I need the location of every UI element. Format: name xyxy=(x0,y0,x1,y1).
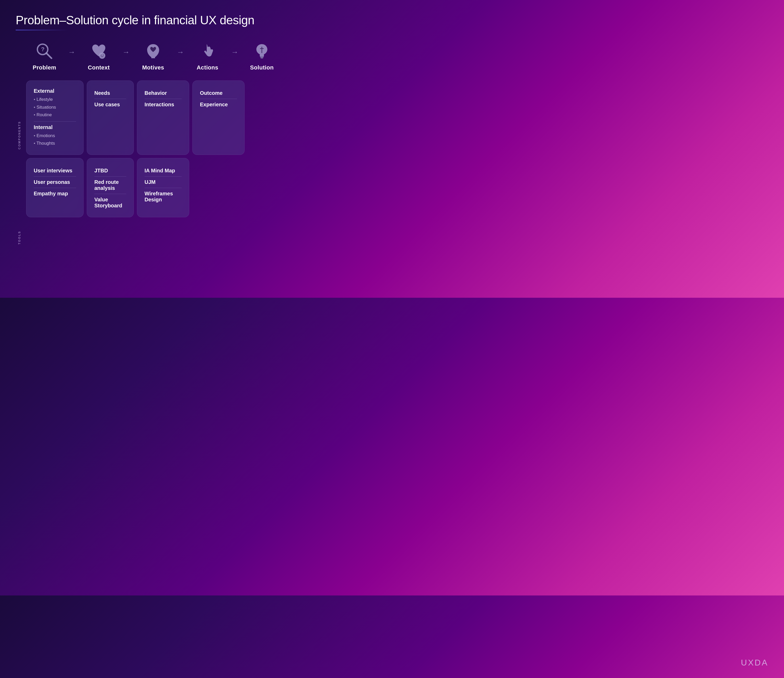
motives-label: Motives xyxy=(142,64,164,71)
svg-rect-7 xyxy=(260,58,263,59)
context-label: Context xyxy=(88,64,110,71)
needs-item: Needs xyxy=(94,90,126,96)
behavior-item: Behavior xyxy=(145,90,182,96)
user-personas-item: User personas xyxy=(34,179,76,185)
actions-label: Actions xyxy=(197,64,218,71)
value-storyboard-item: Value Storyboard xyxy=(94,197,126,209)
empathy-map-item: Empathy map xyxy=(34,191,76,197)
svg-line-1 xyxy=(46,53,51,58)
experience-item: Experience xyxy=(200,102,237,107)
divider-4 xyxy=(200,99,237,99)
arrow-1: → xyxy=(68,48,75,56)
title-underline xyxy=(16,30,68,30)
tools-row: User interviews User personas Empathy ma… xyxy=(26,158,298,217)
divider-8 xyxy=(94,194,126,194)
svg-point-4 xyxy=(101,55,102,56)
flow-row: ? Problem → Context → xyxy=(16,41,298,71)
divider-5 xyxy=(34,176,76,177)
components-label: COMPONENTS xyxy=(16,81,23,190)
lifestyle-item: Lifestyle xyxy=(34,96,76,103)
divider-6 xyxy=(34,188,76,188)
divider-1 xyxy=(34,121,76,122)
solution-components-card: Outcome Experience xyxy=(192,81,245,155)
routine-item: Routine xyxy=(34,111,76,119)
divider-9 xyxy=(145,176,182,177)
problem-icon: ? xyxy=(34,41,55,62)
flow-item-motives: Motives xyxy=(132,41,174,71)
svg-point-5 xyxy=(103,55,104,56)
jtbd-item: JTBD xyxy=(94,168,126,174)
motives-components-card: Needs Use cases xyxy=(87,81,134,155)
red-route-item: Red route analysis xyxy=(94,179,126,191)
divider-7 xyxy=(94,176,126,177)
ujm-item: UJM xyxy=(145,179,182,185)
divider-2 xyxy=(94,99,126,99)
svg-point-3 xyxy=(99,53,105,59)
divider-3 xyxy=(145,99,182,99)
cards-grid: External Lifestyle Situations Routine In… xyxy=(26,81,298,217)
problem-label: Problem xyxy=(33,64,56,71)
outcome-item: Outcome xyxy=(200,90,237,96)
content-area: COMPONENTS TOOLS External Lifestyle Situ… xyxy=(16,81,298,282)
flow-item-problem: ? Problem xyxy=(23,41,65,71)
actions-icon xyxy=(197,41,218,62)
flow-item-actions: Actions xyxy=(187,41,228,71)
ia-mind-map-item: IA Mind Map xyxy=(145,168,182,174)
use-cases-item: Use cases xyxy=(94,102,126,107)
solution-icon xyxy=(251,41,272,62)
components-row: External Lifestyle Situations Routine In… xyxy=(26,81,298,155)
svg-text:?: ? xyxy=(41,46,44,53)
page-title: Problem–Solution cycle in financial UX d… xyxy=(16,13,298,27)
internal-title: Internal xyxy=(34,124,76,130)
motives-tools-card: JTBD Red route analysis Value Storyboard xyxy=(87,158,134,217)
emotions-item: Emotions xyxy=(34,132,76,140)
context-tools-card: User interviews User personas Empathy ma… xyxy=(26,158,84,217)
actions-tools-card: IA Mind Map UJM Wireframes Design xyxy=(137,158,189,217)
motives-icon xyxy=(143,41,164,62)
wireframes-design-item: Wireframes Design xyxy=(145,191,182,203)
context-components-card: External Lifestyle Situations Routine In… xyxy=(26,81,84,155)
context-icon xyxy=(88,41,109,62)
arrow-2: → xyxy=(122,48,129,56)
actions-components-card: Behavior Interactions xyxy=(137,81,189,155)
thoughts-item: Thoughts xyxy=(34,140,76,147)
arrow-4: → xyxy=(231,48,238,56)
side-labels: COMPONENTS TOOLS xyxy=(16,81,23,282)
solution-label: Solution xyxy=(250,64,274,71)
divider-10 xyxy=(145,188,182,188)
external-title: External xyxy=(34,88,76,94)
arrow-3: → xyxy=(177,48,184,56)
svg-rect-6 xyxy=(260,56,264,58)
interactions-item: Interactions xyxy=(145,102,182,107)
user-interviews-item: User interviews xyxy=(34,168,76,174)
tools-label: TOOLS xyxy=(16,193,23,282)
flow-item-context: Context xyxy=(78,41,120,71)
flow-item-solution: Solution xyxy=(241,41,283,71)
situations-item: Situations xyxy=(34,103,76,111)
